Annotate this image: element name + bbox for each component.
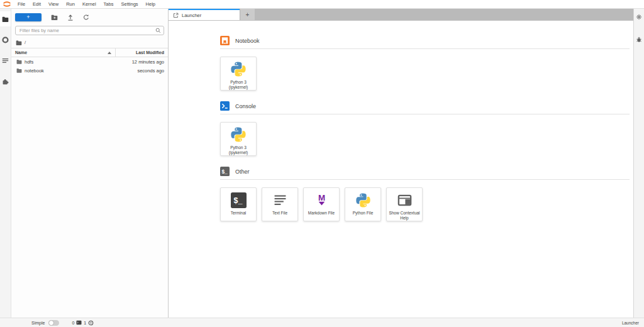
new-tab-button[interactable]: + <box>240 9 255 20</box>
svg-text:$_: $_ <box>233 196 243 205</box>
file-modified: seconds ago <box>114 68 164 74</box>
launcher-card-notebook-python3[interactable]: Python 3 (ipykernel) <box>220 57 257 91</box>
sidebar-tab-table-of-contents[interactable] <box>0 53 11 68</box>
right-activity-bar <box>633 9 644 318</box>
folder-icon <box>16 59 22 64</box>
svg-text:M: M <box>318 193 325 202</box>
search-icon <box>155 28 161 33</box>
menu-help[interactable]: Help <box>142 1 159 7</box>
terminal-icon: $_ <box>231 192 247 209</box>
refresh-button[interactable] <box>83 14 89 21</box>
terminal-box-icon <box>76 320 82 325</box>
markdown-icon: M <box>314 192 330 209</box>
breadcrumb: / <box>11 39 168 48</box>
property-inspector-icon[interactable] <box>636 14 642 20</box>
menu-kernel[interactable]: Kernel <box>79 1 100 7</box>
refresh-icon <box>83 14 89 21</box>
launcher-card-console-python3[interactable]: Python 3 (ipykernel) <box>220 122 257 156</box>
upload-button[interactable] <box>67 14 74 21</box>
svg-text:$_: $_ <box>221 169 228 175</box>
section-header: $_ Other <box>220 167 630 180</box>
card-label: Python 3 (ipykernel) <box>228 145 249 155</box>
menu-settings[interactable]: Settings <box>117 1 142 7</box>
jupyterlab-window: File Edit View Run Kernel Tabs Settings … <box>0 0 644 327</box>
new-folder-icon <box>51 14 58 20</box>
sidebar-tab-extensions[interactable] <box>0 74 11 89</box>
sidebar-tab-file-browser[interactable] <box>0 11 11 26</box>
text-file-icon <box>272 192 288 209</box>
card-label: Python 3 (ipykernel) <box>228 80 249 90</box>
folder-icon <box>2 16 9 22</box>
simple-mode-label: Simple <box>31 321 45 325</box>
card-label: Python File <box>352 211 375 216</box>
launcher-card-terminal[interactable]: $_ Terminal <box>220 187 257 221</box>
launcher-section-console: Console Python 3 <box>220 101 630 156</box>
file-modified: 12 minutes ago <box>114 59 164 65</box>
launcher-tab-icon <box>173 13 179 18</box>
launcher-panel: Notebook Python 3 <box>169 21 633 318</box>
menu-run[interactable]: Run <box>62 1 79 7</box>
list-icon <box>2 58 9 64</box>
kernel-subname: (ipykernel) <box>229 85 248 89</box>
left-activity-bar <box>0 9 11 318</box>
new-folder-button[interactable] <box>51 14 58 20</box>
file-name: notebook <box>25 68 114 74</box>
kernel-circle-icon <box>88 320 94 326</box>
filter-files-input[interactable] <box>15 26 164 35</box>
card-label: Show Contextual Help <box>387 211 422 221</box>
kernel-subname: (ipykernel) <box>229 150 248 155</box>
tab-launcher[interactable]: Launcher <box>169 9 240 20</box>
upload-icon <box>67 14 74 21</box>
card-label: Text File <box>271 211 289 216</box>
launcher-card-markdown-file[interactable]: M Markdown File <box>303 187 340 221</box>
file-list-header: Name Last Modified <box>11 48 168 57</box>
launcher-card-python-file[interactable]: Python File <box>345 187 381 221</box>
python-icon <box>230 61 247 78</box>
column-name[interactable]: Name <box>15 50 108 55</box>
file-browser-toolbar: + <box>11 9 168 25</box>
simple-mode-toggle[interactable] <box>48 320 59 326</box>
kernels-count: 1 <box>84 321 86 325</box>
menu-file[interactable]: File <box>14 1 29 7</box>
sort-ascending-icon[interactable] <box>108 52 111 54</box>
section-title: Other <box>235 169 250 175</box>
card-label: Terminal <box>230 211 248 216</box>
python-icon <box>230 126 247 143</box>
folder-icon <box>16 68 22 73</box>
column-name-label: Name <box>15 50 27 55</box>
breadcrumb-root[interactable]: / <box>25 40 26 45</box>
new-launcher-button[interactable]: + <box>15 13 42 21</box>
home-folder-icon[interactable] <box>16 40 22 45</box>
menu-bar: File Edit View Run Kernel Tabs Settings … <box>0 0 644 9</box>
file-row-hdfs[interactable]: hdfs 12 minutes ago <box>11 57 168 66</box>
kernel-name: Python 3 <box>230 80 247 84</box>
python-icon <box>355 192 371 209</box>
launcher-section-other: $_ Other $_ <box>220 167 630 221</box>
kernel-usage-status[interactable]: 0 1 <box>72 320 94 326</box>
section-title: Console <box>235 103 256 109</box>
launcher-card-text-file[interactable]: Text File <box>262 187 298 221</box>
contextual-help-icon <box>397 192 413 209</box>
menu-tabs[interactable]: Tabs <box>100 1 118 7</box>
terminal-icon: $_ <box>220 167 230 176</box>
notebook-icon <box>220 36 230 45</box>
column-last-modified[interactable]: Last Modified <box>115 48 164 57</box>
sidebar-tab-running[interactable] <box>0 32 11 47</box>
puzzle-icon <box>2 78 9 85</box>
card-label: Markdown File <box>307 211 336 216</box>
launcher-card-contextual-help[interactable]: Show Contextual Help <box>386 187 423 221</box>
file-row-notebook[interactable]: notebook seconds ago <box>11 66 168 75</box>
menu-edit[interactable]: Edit <box>29 1 45 7</box>
section-header: Notebook <box>220 36 630 49</box>
launcher-section-notebook: Notebook Python 3 <box>220 36 630 91</box>
menu-view[interactable]: View <box>45 1 62 7</box>
section-title: Notebook <box>235 38 260 44</box>
running-sessions-icon <box>2 36 9 43</box>
status-bar: Simple 0 1 Launcher <box>0 318 644 327</box>
section-header: Console <box>220 101 630 114</box>
terminals-count: 0 <box>72 321 74 325</box>
debugger-bug-icon[interactable] <box>636 36 642 43</box>
console-icon <box>220 101 230 111</box>
kernel-name: Python 3 <box>230 145 247 150</box>
current-activity-status: Launcher <box>622 321 639 325</box>
